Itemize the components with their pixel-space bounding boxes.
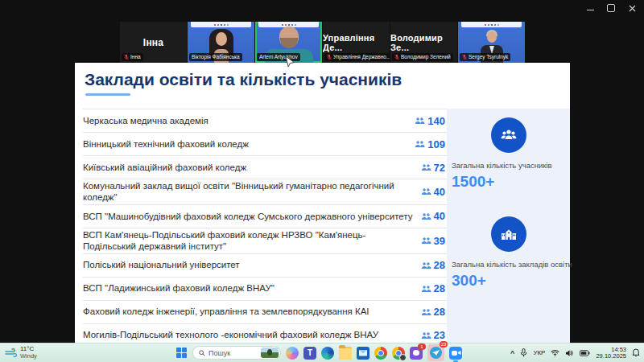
participant-name-label: Володимир Зелений: [392, 53, 453, 61]
stat-total-participants: Загальна кількість учасників 1500+: [447, 117, 570, 191]
list-item: Поліський національний університет 28: [83, 253, 447, 277]
institutions-list: Черкаська медична академія 140 Вінницьки…: [83, 109, 447, 348]
list-item: Київський авіаційний фаховий коледж 72: [83, 155, 447, 179]
participants-icon: [421, 285, 431, 293]
system-tray: ^ УКР 14:53 29.10.2025: [510, 343, 640, 362]
participants-icon: [421, 212, 431, 220]
stat-value: 1500+: [447, 173, 570, 191]
weather-temperature: 11°C: [20, 345, 37, 352]
participant-count: 109: [427, 138, 445, 150]
search-placeholder: Пошук: [208, 349, 258, 357]
participant-count: 40: [434, 186, 445, 198]
edge-icon[interactable]: [321, 347, 334, 360]
close-button[interactable]: [628, 4, 636, 12]
mic-muted-icon: [124, 54, 129, 60]
participants-icon: [421, 331, 431, 339]
summary-panel: Загальна кількість учасників 1500+ Загал…: [447, 109, 570, 343]
mic-muted-icon: [327, 54, 332, 60]
list-item: Вінницький технічний фаховий коледж 109: [83, 132, 447, 155]
viber-badge: 1: [418, 343, 426, 350]
stat-label: Загальна кількість закладів освіти: [447, 260, 570, 269]
battery-icon[interactable]: [580, 350, 590, 356]
search-icon: [199, 350, 205, 356]
school-building-icon: [491, 216, 526, 252]
participants-icon: [421, 237, 431, 245]
taskbar-search[interactable]: Пошук: [192, 346, 281, 360]
list-item: Комунальний заклад вищої освіти "Вінниць…: [83, 179, 447, 204]
participant-name-label: Управління Державно...: [324, 53, 390, 61]
title-underline: [85, 93, 130, 96]
file-explorer-icon[interactable]: [339, 347, 352, 360]
list-item: Черкаська медична академія 140: [83, 109, 447, 132]
mic-muted-icon: [394, 54, 399, 60]
conference-banner: [461, 22, 522, 27]
outlook-icon[interactable]: [357, 347, 369, 360]
clock[interactable]: 14:53 29.10.2025: [596, 347, 626, 360]
wifi-icon[interactable]: [551, 349, 559, 356]
tray-expand-chevron-icon[interactable]: ^: [510, 349, 514, 357]
participant-name-label: Інна: [122, 53, 143, 61]
tray-date: 29.10.2025: [596, 353, 626, 360]
participant-video-strip: Інна Інна Вікторія Фабіянська Artem Arty…: [120, 22, 525, 63]
participants-icon: [415, 140, 425, 148]
mouse-cursor: [285, 56, 295, 72]
taskbar: 11°C Windy Пошук T 1 23 ^ УКР: [0, 343, 644, 362]
notification-bell-icon[interactable]: [632, 348, 640, 357]
participant-count: 28: [434, 282, 445, 294]
microphone-icon[interactable]: [520, 348, 527, 357]
shared-screen-slide: Заклади освіти та кількість учасників Че…: [75, 63, 570, 343]
chrome-secondary-icon[interactable]: [392, 347, 405, 360]
participant-count: 140: [427, 115, 445, 127]
telegram-badge: 23: [440, 341, 448, 348]
participant-name-label: Sergey Tsyrulnyk: [460, 53, 510, 61]
conference-banner: [191, 22, 251, 27]
participant-count: 23: [434, 329, 445, 341]
participants-icon: [421, 308, 431, 316]
participant-name-label: Вікторія Фабіянська: [189, 53, 242, 61]
participant-tile-inna[interactable]: Інна Інна: [120, 22, 187, 63]
teams-icon[interactable]: T: [303, 347, 316, 360]
participant-tile-volodymyr[interactable]: Володимир Зе... Володимир Зелений: [390, 22, 457, 63]
list-item: ВСП "Ладижинський фаховий коледж ВНАУ" 2…: [83, 277, 447, 300]
participant-count: 39: [434, 235, 445, 247]
weather-widget[interactable]: 11°C Windy: [5, 345, 37, 360]
maximize-button[interactable]: [607, 4, 615, 12]
participants-icon: [491, 117, 526, 153]
windows-start-button[interactable]: [176, 348, 188, 359]
search-highlight-image: [261, 348, 279, 358]
chrome-icon[interactable]: [374, 347, 387, 360]
stat-total-institutions: Загальна кількість закладів освіти 300+: [447, 216, 570, 290]
weather-condition: Windy: [20, 352, 37, 360]
list-item: ВСП Кам'янець-Подільський фаховий коледж…: [83, 228, 447, 253]
mic-muted-icon: [462, 54, 467, 60]
participants-icon: [421, 261, 431, 269]
stat-label: Загальна кількість учасників: [447, 161, 570, 170]
participants-icon: [421, 187, 431, 195]
participant-count: 40: [434, 210, 445, 222]
participants-icon: [415, 117, 425, 125]
speaker-icon[interactable]: [565, 349, 574, 357]
list-item: Фаховий коледж інженерії, управління та …: [83, 300, 447, 323]
participant-tile-upravlinnia[interactable]: Управління Де... Управління Державно...: [323, 22, 390, 63]
minimize-button[interactable]: [586, 4, 594, 12]
wind-icon: [5, 348, 17, 357]
participant-tile-sergey[interactable]: Sergey Tsyrulnyk: [458, 22, 525, 63]
participant-tile-viktoriia[interactable]: Вікторія Фабіянська: [188, 22, 254, 63]
telegram-icon[interactable]: 23: [427, 344, 444, 361]
participant-count: 28: [434, 306, 445, 318]
zoom-app-icon[interactable]: [449, 347, 462, 360]
viber-icon[interactable]: 1: [410, 347, 423, 360]
participants-icon: [421, 163, 431, 171]
stat-value: 300+: [447, 272, 570, 290]
language-indicator[interactable]: УКР: [533, 349, 545, 356]
close-icon: [629, 5, 636, 12]
participant-count: 72: [434, 162, 445, 174]
copilot-icon[interactable]: [286, 347, 299, 360]
participant-count: 28: [434, 259, 445, 271]
slide-title: Заклади освіти та кількість учасників: [85, 70, 402, 89]
window-controls: [586, 4, 636, 12]
list-item: ВСП "Машинобудівний фаховий коледж Сумсь…: [83, 204, 447, 228]
